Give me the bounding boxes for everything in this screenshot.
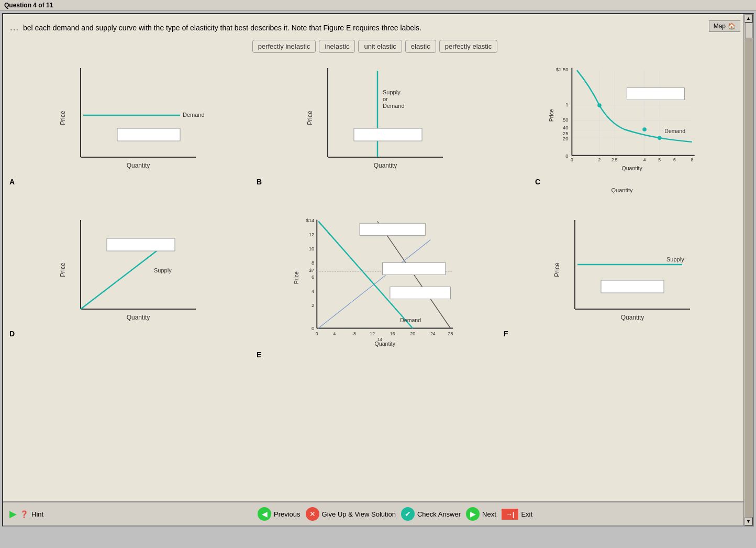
graph-a: Price Quantity Demand A (9, 60, 246, 207)
labels-row: perfectly inelastic inelastic unit elast… (9, 40, 740, 53)
svg-text:0: 0 (312, 325, 314, 331)
exit-button[interactable]: →| Exit (502, 509, 532, 520)
svg-text:10: 10 (309, 246, 315, 251)
svg-text:0: 0 (565, 153, 568, 159)
svg-text:6: 6 (312, 274, 314, 280)
graph-d-svg: Price Quantity Supply (9, 212, 246, 327)
graph-c-svg: $1.50 1 .50 .40 .25 .20 0 0 2 2.5 4 5 (504, 60, 740, 176)
chip-perfectly-inelastic[interactable]: perfectly inelastic (252, 40, 316, 53)
instruction-text: … bel each demand and supply curve with … (9, 20, 704, 35)
svg-text:Supply: Supply (154, 267, 172, 273)
map-label: Map (714, 23, 726, 30)
title-bar: Question 4 of 11 (0, 0, 756, 11)
svg-text:Price: Price (548, 109, 554, 122)
chip-inelastic[interactable]: inelastic (319, 40, 355, 53)
graph-c-label: C (535, 178, 740, 186)
scroll-thumb[interactable] (745, 23, 752, 38)
svg-text:Quantity: Quantity (127, 314, 150, 321)
graph-e-svg: $14 12 10 8 $7 6 4 2 0 0 4 8 1 (257, 212, 493, 348)
svg-text:12: 12 (370, 331, 375, 336)
svg-text:16: 16 (390, 331, 395, 336)
svg-text:$7: $7 (309, 267, 315, 273)
graph-b: Price Quantity Supply or Demand B (257, 60, 493, 207)
svg-rect-53 (107, 238, 175, 251)
svg-line-78 (318, 240, 430, 328)
svg-text:Quantity: Quantity (374, 162, 397, 169)
scrollbar[interactable]: ▲ ▼ (743, 14, 753, 525)
graph-c-x-label: Quantity (504, 187, 740, 193)
hint-label: Hint (31, 510, 43, 518)
graph-e: $14 12 10 8 $7 6 4 2 0 0 4 8 1 (257, 212, 493, 359)
graph-a-label: A (9, 178, 246, 186)
svg-text:or: or (383, 96, 388, 102)
previous-icon: ◀ (258, 507, 271, 521)
svg-text:Quantity: Quantity (622, 165, 643, 171)
svg-text:2.5: 2.5 (612, 157, 618, 162)
svg-point-42 (597, 103, 602, 107)
svg-text:Price: Price (553, 262, 561, 277)
graph-c: $1.50 1 .50 .40 .25 .20 0 0 2 2.5 4 5 (504, 60, 740, 207)
give-up-button[interactable]: ✕ Give Up & View Solution (306, 507, 396, 521)
check-label: Check Answer (417, 510, 461, 518)
scroll-up-btn[interactable]: ▲ (744, 14, 753, 23)
svg-text:4: 4 (643, 157, 646, 162)
scroll-down-btn[interactable]: ▼ (744, 517, 753, 525)
previous-button[interactable]: ◀ Previous (258, 507, 301, 521)
graph-b-label: B (257, 178, 493, 186)
svg-text:$14: $14 (306, 217, 315, 223)
next-button[interactable]: ▶ Next (466, 507, 496, 521)
svg-text:Demand: Demand (400, 317, 421, 323)
exit-label: Exit (521, 510, 532, 518)
previous-label: Previous (274, 510, 301, 518)
bottom-bar: ▶ ❓ Hint ◀ Previous ✕ Give Up & View Sol… (3, 501, 753, 525)
svg-text:Price: Price (293, 271, 299, 284)
hint-area[interactable]: ▶ ❓ Hint (9, 508, 43, 520)
graph-f-label: F (504, 330, 740, 338)
svg-text:Price: Price (59, 262, 66, 277)
check-answer-button[interactable]: ✔ Check Answer (401, 507, 461, 521)
svg-text:.20: .20 (561, 136, 568, 141)
svg-text:1: 1 (565, 102, 568, 107)
svg-text:4: 4 (333, 331, 336, 336)
svg-rect-15 (354, 128, 422, 141)
svg-text:Price: Price (306, 111, 314, 125)
svg-text:0: 0 (571, 157, 573, 162)
svg-text:.50: .50 (561, 117, 568, 123)
chip-perfectly-elastic[interactable]: perfectly elastic (439, 40, 498, 53)
instruction-row: … bel each demand and supply curve with … (9, 20, 740, 35)
question-counter: Question 4 of 11 (4, 2, 53, 9)
svg-text:4: 4 (312, 288, 315, 294)
graph-a-svg: Price Quantity Demand (9, 60, 246, 176)
svg-rect-90 (601, 280, 664, 293)
svg-point-43 (642, 127, 647, 131)
bottom-buttons: ◀ Previous ✕ Give Up & View Solution ✔ C… (258, 507, 532, 521)
exit-icon: →| (502, 509, 519, 520)
svg-text:Supply: Supply (666, 256, 684, 262)
svg-text:20: 20 (410, 331, 415, 336)
svg-text:8: 8 (312, 260, 314, 266)
svg-text:12: 12 (309, 232, 315, 237)
hint-question-icon: ❓ (20, 510, 28, 518)
hint-play-icon: ▶ (9, 508, 17, 520)
graph-f: Price Quantity Supply F (504, 212, 740, 359)
give-up-label: Give Up & View Solution (322, 510, 396, 518)
svg-text:$1.50: $1.50 (556, 67, 569, 72)
graph-b-svg: Price Quantity Supply or Demand (257, 60, 493, 176)
svg-rect-6 (117, 128, 180, 141)
svg-text:Supply: Supply (383, 89, 401, 95)
graphs-grid: Price Quantity Demand A (9, 60, 740, 359)
svg-text:5: 5 (658, 157, 661, 162)
svg-text:24: 24 (430, 331, 436, 336)
chip-unit-elastic[interactable]: unit elastic (358, 40, 402, 53)
svg-text:2: 2 (312, 302, 314, 308)
svg-text:6: 6 (673, 157, 676, 162)
svg-text:Quantity: Quantity (375, 341, 396, 347)
chip-elastic[interactable]: elastic (405, 40, 436, 53)
svg-text:Quantity: Quantity (127, 162, 150, 169)
scroll-track (744, 23, 753, 517)
svg-rect-82 (382, 262, 445, 275)
svg-rect-46 (627, 88, 685, 100)
svg-text:28: 28 (448, 331, 453, 336)
map-button[interactable]: Map 🏠 (709, 20, 740, 32)
svg-text:8: 8 (353, 331, 356, 336)
